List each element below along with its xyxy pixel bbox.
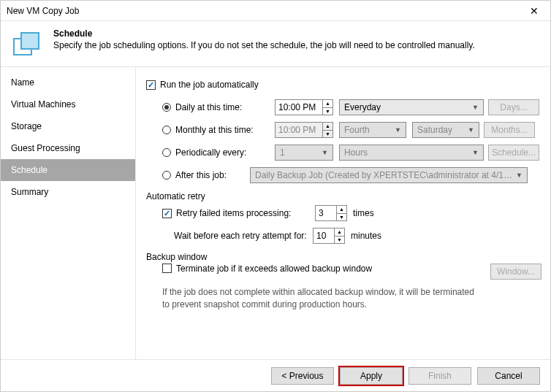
- daily-time-input[interactable]: 10:00 PM: [275, 99, 323, 115]
- run-auto-label: Run the job automatically: [160, 80, 259, 90]
- periodic-unit-value: Hours: [344, 147, 368, 158]
- after-job-combo: Daily Backup Job (Created by XPERTSTEC\a…: [250, 167, 528, 183]
- schedule-icon: [11, 28, 43, 61]
- apply-button[interactable]: Apply: [340, 367, 403, 385]
- retry-label: Retry failed items processing:: [176, 208, 315, 218]
- daily-frequency-value: Everyday: [344, 102, 381, 112]
- window-title: New VM Copy Job: [7, 6, 524, 16]
- wait-unit-label: minutes: [351, 231, 381, 241]
- sidebar-item-guest-processing[interactable]: Guest Processing: [1, 137, 135, 159]
- after-job-label: After this job:: [175, 170, 250, 180]
- after-job-value: Daily Backup Job (Created by XPERTSTEC\a…: [255, 170, 513, 180]
- close-icon[interactable]: ✕: [524, 2, 544, 20]
- monthly-label: Monthly at this time:: [175, 125, 275, 135]
- monthly-time-spinner: ▲▼: [323, 122, 333, 138]
- daily-label: Daily at this time:: [175, 102, 275, 112]
- monthly-day-combo: Saturday ▼: [412, 122, 479, 138]
- run-auto-checkbox[interactable]: ✓: [146, 80, 156, 90]
- backup-window-hint: If the job does not complete within allo…: [162, 286, 484, 311]
- periodic-radio[interactable]: [162, 148, 171, 157]
- daily-time-spinner[interactable]: ▲▼: [323, 99, 333, 115]
- periodic-label: Periodically every:: [175, 147, 275, 158]
- page-title: Schedule: [53, 28, 475, 39]
- sidebar-item-name[interactable]: Name: [1, 72, 135, 93]
- retry-section-label: Automatic retry: [146, 191, 542, 201]
- retry-times-label: times: [353, 208, 374, 218]
- chevron-down-icon: ▼: [516, 172, 522, 179]
- finish-button: Finish: [408, 367, 471, 385]
- sidebar-item-virtual-machines[interactable]: Virtual Machines: [1, 93, 135, 115]
- daily-radio[interactable]: [162, 103, 171, 112]
- monthly-ordinal-value: Fourth: [344, 125, 370, 135]
- svg-rect-1: [21, 33, 39, 49]
- chevron-down-icon: ▼: [468, 126, 474, 134]
- periodic-unit-combo: Hours ▼: [339, 145, 484, 161]
- monthly-time-input: 10:00 PM: [275, 122, 323, 138]
- chevron-down-icon: ▼: [472, 149, 479, 156]
- after-job-radio[interactable]: [162, 171, 171, 180]
- chevron-down-icon: ▼: [395, 126, 401, 134]
- retry-count-spinner[interactable]: ▲▼: [337, 205, 347, 221]
- sidebar-item-summary[interactable]: Summary: [1, 181, 135, 203]
- terminate-checkbox[interactable]: [162, 264, 172, 273]
- periodic-value-combo: 1 ▼: [275, 145, 333, 161]
- wait-value-input[interactable]: 10: [313, 228, 335, 244]
- wizard-sidebar: Name Virtual Machines Storage Guest Proc…: [1, 67, 136, 359]
- monthly-radio[interactable]: [162, 126, 171, 134]
- window-button: Window...: [490, 264, 542, 280]
- retry-checkbox[interactable]: ✓: [162, 209, 172, 218]
- cancel-button[interactable]: Cancel: [477, 367, 540, 385]
- daily-frequency-combo[interactable]: Everyday ▼: [339, 99, 484, 115]
- sidebar-item-storage[interactable]: Storage: [1, 115, 135, 137]
- months-button: Months...: [484, 122, 535, 138]
- retry-count-input[interactable]: 3: [315, 205, 337, 221]
- days-button[interactable]: Days...: [488, 99, 539, 115]
- page-subtitle: Specify the job scheduling options. If y…: [53, 40, 475, 50]
- sidebar-item-schedule[interactable]: Schedule: [1, 159, 135, 181]
- previous-button[interactable]: < Previous: [271, 367, 334, 385]
- monthly-day-value: Saturday: [417, 125, 452, 135]
- chevron-down-icon: ▼: [472, 104, 479, 111]
- wait-value-spinner[interactable]: ▲▼: [335, 228, 345, 244]
- periodic-value: 1: [280, 147, 285, 158]
- schedule-button: Schedule...: [488, 145, 539, 161]
- terminate-label: Terminate job if it exceeds allowed back…: [176, 264, 372, 274]
- monthly-ordinal-combo: Fourth ▼: [339, 122, 406, 138]
- wait-label: Wait before each retry attempt for:: [174, 231, 313, 241]
- backup-window-section-label: Backup window: [146, 252, 542, 262]
- chevron-down-icon: ▼: [322, 149, 328, 156]
